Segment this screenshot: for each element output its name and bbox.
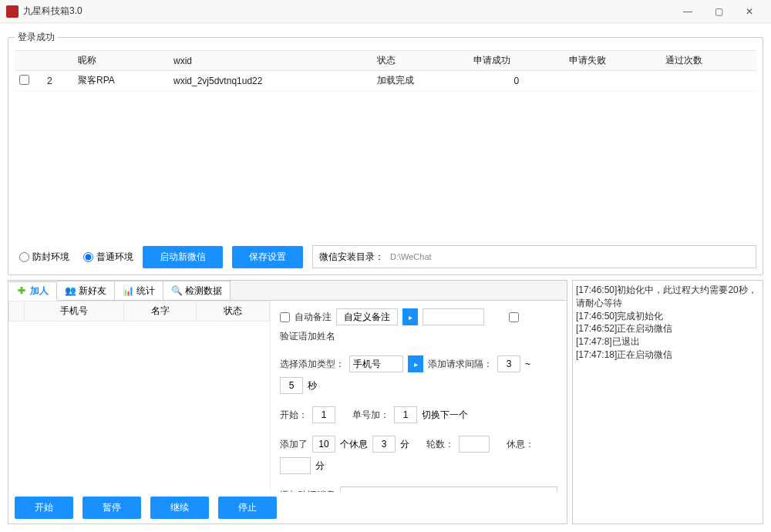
rounds-label: 轮数：	[426, 438, 454, 451]
seconds-label: 秒	[308, 379, 317, 392]
col-pass-count: 通过次数	[661, 51, 756, 71]
row-apply-fail	[564, 71, 660, 91]
col-index	[42, 51, 73, 71]
tab-bar: ✚ 加人 👥 新好友 📊 统计 🔍 检测数据	[8, 281, 567, 301]
main-panel: ✚ 加人 👥 新好友 📊 统计 🔍 检测数据	[8, 280, 567, 524]
verify-msg-input[interactable]	[340, 487, 557, 492]
tab-detect[interactable]: 🔍 检测数据	[163, 281, 231, 300]
tab-stats-label: 统计	[136, 285, 155, 298]
detect-icon: 🔍	[171, 285, 182, 296]
add-type-input[interactable]	[349, 355, 403, 372]
row-checkbox[interactable]	[19, 75, 29, 85]
tab-add-label: 加人	[30, 285, 49, 298]
col-nickname: 昵称	[73, 51, 169, 71]
action-row: 开始 暂停 继续 停止	[8, 492, 567, 524]
start-label: 开始：	[280, 409, 308, 422]
titlebar: 九星科技箱3.0 — ▢ ✕	[0, 0, 771, 23]
accounts-table-wrapper: 昵称 wxid 状态 申请成功 申请失败 通过次数 2 聚客RPA wxid_2…	[15, 50, 756, 239]
maximize-button[interactable]: ▢	[703, 0, 734, 23]
verify-add-name-checkbox[interactable]	[509, 312, 519, 322]
normal-env-text: 普通环境	[96, 251, 133, 264]
remark-value-input[interactable]	[423, 308, 484, 325]
accounts-header-row: 昵称 wxid 状态 申请成功 申请失败 通过次数	[15, 51, 756, 71]
single-add-label: 单号加：	[352, 409, 389, 422]
accounts-table: 昵称 wxid 状态 申请成功 申请失败 通过次数 2 聚客RPA wxid_2…	[15, 50, 756, 91]
anti-ban-radio-label[interactable]: 防封环境	[19, 251, 69, 264]
add-settings-pane: 自动备注 ▸ 验证语加姓名 选择添加类型： ▸ 添加请求间隔：	[271, 301, 567, 492]
anti-ban-text: 防封环境	[32, 251, 69, 264]
task-col-status: 状态	[197, 301, 270, 322]
rest-input[interactable]	[280, 457, 311, 474]
normal-env-radio-label[interactable]: 普通环境	[83, 251, 133, 264]
row-index: 2	[42, 71, 73, 91]
tab-new-friend-label: 新好友	[79, 285, 106, 298]
start-new-wechat-button[interactable]: 启动新微信	[143, 246, 223, 268]
col-wxid: wxid	[169, 51, 372, 71]
task-table: 手机号 名字 状态	[8, 301, 271, 492]
anti-ban-radio[interactable]	[19, 252, 29, 262]
normal-env-radio[interactable]	[83, 252, 93, 262]
tab-stats[interactable]: 📊 统计	[115, 281, 163, 300]
tab-detect-label: 检测数据	[185, 285, 222, 298]
minute-label-2: 分	[315, 460, 325, 473]
switch-next-label: 切换下一个	[422, 409, 468, 422]
minute-label-1: 分	[400, 438, 409, 451]
log-panel: [17:46:50]初始化中，此过程大约需要20秒，请耐心等待 [17:46:5…	[572, 280, 763, 524]
added-input[interactable]	[312, 436, 335, 453]
interval-max-input[interactable]	[280, 377, 303, 394]
log-line: [17:47:8]已退出	[576, 335, 759, 348]
row-wxid: wxid_2vj5dvtnq1ud22	[169, 71, 372, 91]
rest-label: 休息：	[507, 438, 534, 451]
save-settings-button[interactable]: 保存设置	[232, 246, 303, 268]
tab-add[interactable]: ✚ 加人	[8, 281, 57, 301]
login-group-title: 登录成功	[15, 31, 58, 44]
app-icon	[6, 5, 19, 18]
close-button[interactable]: ✕	[734, 0, 765, 23]
add-person-icon: ✚	[16, 285, 27, 296]
ge-rest-label: 个休息	[340, 438, 368, 451]
select-add-type-label: 选择添加类型：	[280, 358, 345, 371]
table-row[interactable]: 2 聚客RPA wxid_2vj5dvtnq1ud22 加载完成 0	[15, 71, 756, 91]
pause-button[interactable]: 暂停	[82, 497, 141, 519]
row-nickname: 聚客RPA	[73, 71, 169, 91]
log-line: [17:46:50]完成初始化	[576, 310, 759, 323]
custom-remark-input[interactable]	[336, 308, 398, 325]
start-button[interactable]: 开始	[15, 497, 73, 519]
add-type-dropdown-button[interactable]: ▸	[408, 355, 423, 372]
window-title: 九星科技箱3.0	[23, 5, 672, 18]
task-table-body	[8, 322, 270, 460]
new-friend-icon: 👥	[65, 285, 76, 296]
row-pass-count	[661, 71, 756, 91]
install-path-label: 微信安装目录：	[319, 251, 384, 264]
install-path-box: 微信安装目录： D:\WeChat	[312, 245, 756, 268]
tab-new-friend[interactable]: 👥 新好友	[57, 281, 115, 300]
col-apply-ok: 申请成功	[469, 51, 564, 71]
auto-remark-checkbox[interactable]	[280, 312, 290, 322]
row-status: 加载完成	[372, 71, 468, 91]
log-line: [17:46:50]初始化中，此过程大约需要20秒，请耐心等待	[576, 284, 759, 310]
single-add-input[interactable]	[394, 406, 417, 423]
interval-sep: ~	[525, 359, 530, 369]
minimize-button[interactable]: —	[672, 0, 703, 23]
task-header-row: 手机号 名字 状态	[9, 301, 270, 322]
start-input[interactable]	[312, 406, 335, 423]
added-label: 添加了	[280, 438, 308, 451]
rounds-input[interactable]	[459, 436, 490, 453]
interval-min-input[interactable]	[497, 355, 520, 372]
stats-icon: 📊	[123, 285, 133, 296]
log-line: [17:46:52]正在启动微信	[576, 322, 759, 335]
task-col-phone: 手机号	[25, 301, 124, 322]
task-col-idx	[9, 301, 25, 322]
continue-button[interactable]: 继续	[150, 497, 209, 519]
rest-min-input[interactable]	[372, 436, 396, 453]
stop-button[interactable]: 停止	[218, 497, 277, 519]
install-path-value: D:\WeChat	[389, 251, 749, 263]
verify-add-name-label: 验证语加姓名	[280, 330, 335, 343]
environment-toolbar: 防封环境 普通环境 启动新微信 保存设置 微信安装目录： D:\WeChat	[15, 245, 756, 268]
request-interval-label: 添加请求间隔：	[428, 358, 493, 371]
log-line: [17:47:18]正在启动微信	[576, 348, 759, 362]
env-radio-group: 防封环境 普通环境	[15, 251, 133, 264]
remark-dropdown-button[interactable]: ▸	[402, 308, 418, 325]
task-col-name: 名字	[123, 301, 197, 322]
col-status: 状态	[372, 51, 468, 71]
